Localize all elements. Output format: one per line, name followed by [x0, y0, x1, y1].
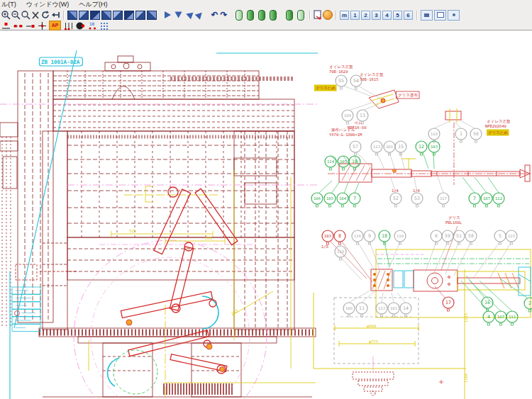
svg-text:52: 52: [393, 196, 399, 201]
svg-text:操作ハンドル: 操作ハンドル: [331, 128, 355, 132]
annotation: グリス: [448, 215, 460, 220]
window-frame-icon[interactable]: [434, 10, 446, 21]
midpoint-snap-icon[interactable]: [13, 21, 23, 30]
menu-help[interactable]: ヘルプ(H): [79, 0, 107, 9]
annotation: 1/8: [321, 245, 328, 249]
svg-text:1: 1: [460, 131, 462, 137]
offset-point-icon[interactable]: 10: [87, 21, 97, 30]
zoom-out-icon[interactable]: [11, 10, 21, 20]
rotate-view-icon-4[interactable]: [195, 10, 204, 19]
annotation: 555: [205, 236, 212, 240]
layer-pill-icon-2[interactable]: [247, 10, 254, 21]
balloon-58: 58: [465, 230, 477, 245]
svg-text:15: 15: [398, 144, 404, 150]
dot-grid-icon[interactable]: [99, 21, 109, 30]
zoom-window-icon[interactable]: [21, 10, 31, 20]
direction-icon[interactable]: [75, 21, 85, 30]
guide-lines-cyan: [10, 50, 318, 399]
svg-text:4: 4: [487, 314, 490, 320]
view-button-6[interactable]: 6: [404, 11, 413, 20]
point-snap-icon[interactable]: [25, 21, 35, 30]
annotation: YX70-G-1800×1M: [329, 133, 362, 137]
rotate-view-icon-1[interactable]: [165, 11, 171, 18]
view-target-icon[interactable]: [448, 10, 460, 21]
view-cube-icon-7[interactable]: [135, 11, 145, 20]
balloon-16: 16: [482, 297, 493, 311]
view-cube-icon-8[interactable]: [147, 11, 157, 20]
view-cube-icon-4[interactable]: [101, 11, 111, 20]
svg-text:オイレス正規: オイレス正規: [487, 119, 511, 124]
intersection-snap-icon[interactable]: [37, 21, 47, 30]
view-cube-icon-6[interactable]: [124, 11, 134, 20]
cancel-icon[interactable]: [31, 10, 40, 20]
svg-text:グリス: グリス: [448, 215, 460, 220]
view-cube-icon-1[interactable]: [67, 11, 77, 20]
plot-icon[interactable]: [323, 10, 333, 20]
layer-pill-icon-3[interactable]: [258, 10, 265, 21]
svg-text:110: 110: [397, 234, 404, 238]
layer-pill-icon-6[interactable]: [297, 10, 304, 21]
balloon-106: 106: [311, 193, 323, 207]
svg-text:53: 53: [414, 196, 420, 201]
balloon-51: 51: [453, 230, 465, 245]
annotation: 操作ハンドル: [331, 128, 355, 132]
annotation: ZB 1001A-02A: [40, 57, 83, 66]
layer-pill-icon-1[interactable]: [235, 10, 243, 21]
rotate-view-icon-2[interactable]: [175, 12, 182, 18]
svg-text:グリス塗布: グリス塗布: [398, 93, 418, 97]
grid-snap-icon[interactable]: [63, 21, 73, 30]
balloon-7: 7: [349, 193, 360, 207]
export-drawing-icon[interactable]: [313, 10, 323, 20]
drawing-canvas[interactable]: 5554109131181565711310115121031141051010…: [0, 30, 532, 399]
cad-drawing[interactable]: 5554109131181565711310115121031141051010…: [0, 30, 532, 399]
svg-text:1115: 1115: [464, 313, 468, 322]
svg-text:56: 56: [473, 131, 479, 137]
pan-return-icon[interactable]: [50, 10, 60, 20]
svg-text:114: 114: [327, 159, 335, 164]
ap-mode-button[interactable]: AP: [49, 21, 61, 30]
refresh-icon[interactable]: [40, 10, 50, 20]
view-button-1[interactable]: 1: [350, 11, 360, 20]
balloon-113: 113: [376, 303, 387, 317]
svg-text:9: 9: [368, 233, 371, 239]
view-cube-icon-5[interactable]: [113, 11, 123, 20]
svg-text:109: 109: [344, 113, 351, 118]
annotation: グリスため: [487, 130, 509, 136]
redo-icon[interactable]: ↷: [219, 11, 228, 20]
view-button-4[interactable]: 4: [382, 11, 392, 20]
balloon-8: 8: [334, 230, 345, 245]
detail-bottom-assembly: [314, 249, 531, 399]
endpoint-snap-icon[interactable]: [1, 21, 11, 30]
svg-text:59: 59: [445, 233, 450, 239]
svg-text:10: 10: [352, 159, 358, 164]
view-cube-icon-2[interactable]: [79, 11, 89, 20]
view-button-m[interactable]: m: [340, 11, 349, 20]
svg-text:115: 115: [508, 234, 515, 238]
svg-text:106: 106: [314, 196, 321, 201]
balloon-119: 119: [335, 246, 346, 260]
view-cube-icon-3[interactable]: [90, 11, 100, 20]
layer-pill-icon-4[interactable]: [270, 10, 277, 21]
view-button-2[interactable]: 2: [361, 11, 370, 20]
undo-icon[interactable]: ↶: [210, 11, 219, 20]
dimension-lines-yellow: [89, 170, 316, 399]
svg-text:103: 103: [431, 145, 438, 149]
svg-text:ゴム: ゴム: [354, 120, 362, 125]
rotate-view-icon-3[interactable]: [185, 11, 194, 19]
zoom-in-icon[interactable]: [1, 10, 11, 20]
balloon-115: 115: [506, 230, 517, 245]
svg-text:7: 7: [473, 196, 476, 201]
svg-text:58: 58: [468, 233, 474, 239]
balloon-103: 103: [428, 141, 440, 155]
window-chrome: ル(T) ウィンドウ(W) ヘルプ(H) ↶ ↷: [0, 0, 532, 31]
view-capture-icon[interactable]: [421, 10, 433, 21]
menu-window[interactable]: ウィンドウ(W): [26, 0, 70, 9]
view-button-3[interactable]: 3: [372, 11, 381, 20]
annotation: 1/4: [413, 189, 421, 193]
menu-tools[interactable]: ル(T): [1, 0, 16, 9]
view-button-5[interactable]: 5: [393, 11, 402, 20]
svg-text:グリスため: グリスため: [316, 86, 336, 91]
svg-text:17: 17: [445, 300, 451, 305]
layer-pill-icon-5[interactable]: [286, 10, 293, 21]
svg-text:54: 54: [353, 78, 359, 84]
